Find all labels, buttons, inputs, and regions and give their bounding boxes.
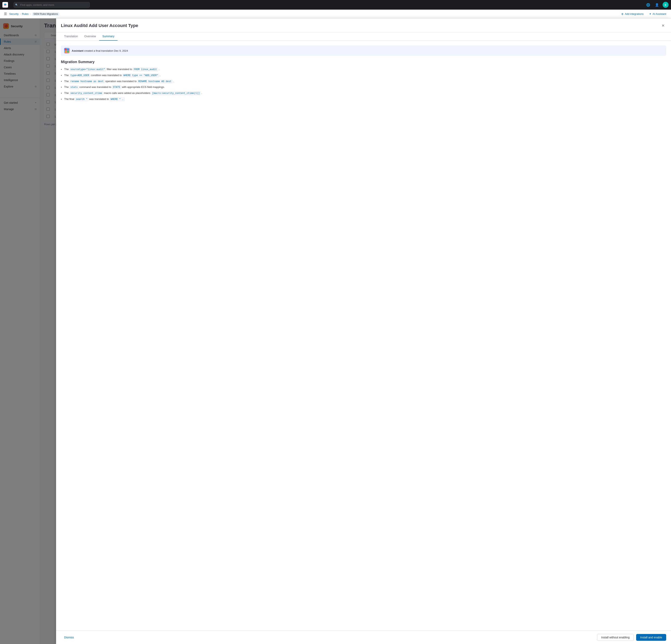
migration-summary-list: The sourcetype="linux:audit" filter was …: [61, 67, 666, 102]
ai-icon-dot-green: [67, 51, 69, 53]
ai-icon-dot-red: [65, 49, 67, 50]
flyout-footer: Dismiss Install without enabling Install…: [56, 631, 671, 644]
breadcrumb-separator-1: ›: [20, 12, 21, 15]
flyout-body: Assistant created a final translation De…: [56, 41, 671, 631]
ai-assistant-label: AI Assistant: [653, 12, 666, 15]
tab-translation[interactable]: Translation: [61, 32, 81, 41]
add-integrations-button[interactable]: ⊕ Add integrations: [620, 12, 645, 16]
list-item-text: The type=ADD_USER condition was translat…: [64, 73, 161, 77]
list-item: The type=ADD_USER condition was translat…: [61, 73, 666, 78]
breadcrumb-separator-2: ›: [30, 12, 31, 15]
list-item: The final search * was translated to WHE…: [61, 97, 666, 102]
tab-summary-label: Summary: [102, 35, 114, 38]
code-rename-hostname-as: RENAME hostname AS dest: [137, 80, 173, 83]
code-sourcetype: sourcetype="linux:audit": [69, 68, 106, 71]
nav-actions: ⊕ Add integrations ✦ AI Assistant: [620, 12, 668, 16]
tab-summary[interactable]: Summary: [99, 32, 117, 41]
add-integrations-label: Add integrations: [625, 12, 644, 15]
code-security-ctime: security_content_ctime: [69, 91, 103, 95]
flyout-panel: Linux Auditd Add User Account Type ✕ Tra…: [56, 18, 671, 644]
close-icon: ✕: [662, 23, 664, 28]
flyout-header: Linux Auditd Add User Account Type ✕: [56, 18, 671, 32]
svg-point-2: [4, 5, 7, 6]
list-item-text: The security_content_ctime macro calls w…: [64, 91, 202, 95]
list-item: The sourcetype="linux:audit" filter was …: [61, 67, 666, 72]
code-rename-hostname: rename hostname as dest: [69, 80, 105, 83]
footer-right-buttons: Install without enabling Install and ena…: [597, 634, 666, 641]
ai-icon-dot-blue: [67, 49, 69, 50]
tab-translation-label: Translation: [64, 35, 78, 38]
secondary-nav-bar: ☰ Security › Rules › SIEM Rules Migratio…: [0, 10, 671, 18]
tab-overview-label: Overview: [84, 35, 96, 38]
tab-overview[interactable]: Overview: [81, 32, 99, 41]
elastic-logo: [2, 2, 8, 8]
list-item-text: The rename hostname as dest operation wa…: [64, 79, 174, 83]
breadcrumb-security[interactable]: Security: [9, 12, 18, 15]
ai-icon: ✦: [649, 12, 651, 15]
ai-icon-dot-yellow: [65, 51, 67, 53]
install-without-enabling-button[interactable]: Install without enabling: [597, 634, 634, 641]
hamburger-menu-button[interactable]: ☰: [3, 11, 8, 17]
assistant-label: Assistant: [72, 49, 84, 52]
code-where-type: WHERE type == "ADD_USER": [122, 74, 159, 77]
top-search-area: [14, 2, 90, 8]
dismiss-button[interactable]: Dismiss: [61, 634, 77, 641]
list-item: The stats command was translated to STAT…: [61, 85, 666, 90]
global-search-input[interactable]: [14, 2, 90, 8]
user-profile-button[interactable]: 👤: [654, 2, 660, 8]
ai-assistant-button[interactable]: ✦ AI Assistant: [648, 12, 668, 16]
code-where-star: WHERE * .: [110, 98, 125, 101]
code-stats-upper: STATS: [112, 86, 121, 89]
globe-icon-button[interactable]: 🌐: [645, 2, 651, 8]
add-icon: ⊕: [621, 12, 623, 15]
migration-summary-title: Migration Summary: [61, 60, 666, 64]
list-item-text: The stats command was translated to STAT…: [64, 85, 165, 89]
main-layout: 🔴 Security Dashboards ⊞ Rules ⊞ Alerts A…: [0, 18, 671, 644]
migration-summary-section: Migration Summary The sourcetype="linux:…: [61, 60, 666, 102]
assistant-info-box: Assistant created a final translation De…: [61, 46, 666, 56]
top-navigation-bar: 🌐 👤 E: [0, 0, 671, 10]
code-from-linux: FROM linux_audit: [133, 68, 158, 71]
flyout-close-button[interactable]: ✕: [660, 23, 666, 29]
ai-assistant-icon: [64, 48, 70, 53]
list-item: The security_content_ctime macro calls w…: [61, 91, 666, 95]
code-stats: stats: [69, 86, 79, 89]
code-type-add-user: type=ADD_USER: [69, 74, 90, 77]
list-item-text: The sourcetype="linux:audit" filter was …: [64, 67, 160, 72]
breadcrumb: Security › Rules › SIEM Rules Migrations: [9, 12, 60, 16]
install-and-enable-button[interactable]: Install and enable: [636, 634, 666, 641]
assistant-created-detail: created a final translation Dec 9, 2024: [84, 49, 128, 52]
elastic-logo-icon: [2, 2, 8, 8]
avatar-button[interactable]: E: [662, 2, 669, 8]
content-area: Translate Updated ℹ 12/9/24 12/9/2: [40, 18, 671, 644]
assistant-info-text: Assistant created a final translation De…: [72, 49, 128, 52]
flyout-title: Linux Auditd Add User Account Type: [61, 23, 138, 28]
list-item: The rename hostname as dest operation wa…: [61, 79, 666, 84]
breadcrumb-rules[interactable]: Rules: [22, 12, 28, 15]
code-macro-ctime: [macro:security_content_ctime(1)]: [151, 91, 201, 95]
list-item-text: The final search * was translated to WHE…: [64, 97, 125, 101]
code-search-star: search *: [75, 98, 89, 101]
flyout-tabs: Translation Overview Summary: [56, 32, 671, 41]
top-bar-actions: 🌐 👤 E: [645, 2, 669, 8]
search-wrapper: [14, 2, 90, 8]
breadcrumb-current-page[interactable]: SIEM Rules Migrations: [32, 12, 60, 16]
